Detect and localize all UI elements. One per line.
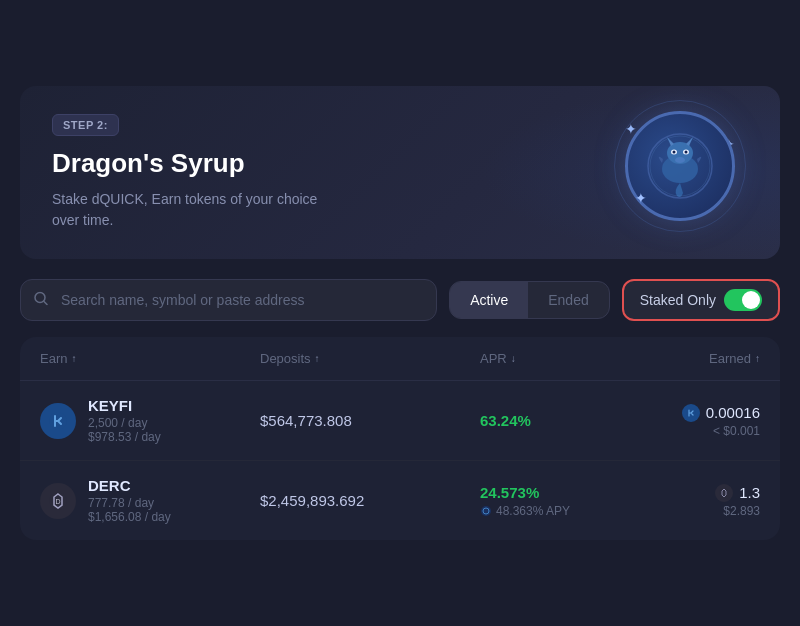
- earn-col-keyfi: KEYFI 2,500 / day $978.53 / day: [40, 397, 260, 444]
- col-deposits-header: Deposits ↑: [260, 351, 480, 366]
- earn-col-derc: D DERC 777.78 / day $1,656.08 / day: [40, 477, 260, 524]
- tab-ended[interactable]: Ended: [528, 282, 608, 318]
- apr-sort-icon[interactable]: ↓: [511, 353, 516, 364]
- derc-usd-rate: $1,656.08 / day: [88, 510, 171, 524]
- col-earned-header: Earned ↑: [600, 351, 760, 366]
- derc-apr-col: 24.573% 48.363% APY: [480, 484, 600, 518]
- keyfi-info: KEYFI 2,500 / day $978.53 / day: [88, 397, 161, 444]
- keyfi-rate: 2,500 / day: [88, 416, 161, 430]
- derc-deposits: $2,459,893.692: [260, 492, 480, 509]
- keyfi-token-icon: [40, 403, 76, 439]
- col-apr-header: APR ↓: [480, 351, 600, 366]
- deposits-sort-icon[interactable]: ↑: [315, 353, 320, 364]
- main-container: STEP 2: Dragon's Syrup Stake dQUICK, Ear…: [20, 86, 780, 540]
- derc-name: DERC: [88, 477, 171, 494]
- derc-earned-icon: [715, 484, 733, 502]
- hero-title: Dragon's Syrup: [52, 148, 748, 179]
- pool-row-keyfi[interactable]: KEYFI 2,500 / day $978.53 / day $564,773…: [20, 381, 780, 461]
- keyfi-name: KEYFI: [88, 397, 161, 414]
- derc-earned-usd: $2.893: [723, 504, 760, 518]
- keyfi-earned-icon: [682, 404, 700, 422]
- svg-line-12: [44, 302, 47, 305]
- derc-rate: 777.78 / day: [88, 496, 171, 510]
- keyfi-earned-amount: 0.00016: [706, 404, 760, 421]
- tab-active[interactable]: Active: [450, 282, 528, 318]
- table-header: Earn ↑ Deposits ↑ APR ↓ Earned ↑: [20, 337, 780, 381]
- controls-row: Active Ended Staked Only: [20, 279, 780, 321]
- search-wrapper: [20, 279, 437, 321]
- derc-info: DERC 777.78 / day $1,656.08 / day: [88, 477, 171, 524]
- keyfi-earned-col: 0.00016 < $0.001: [600, 404, 760, 438]
- hero-banner: STEP 2: Dragon's Syrup Stake dQUICK, Ear…: [20, 86, 780, 259]
- staked-only-label: Staked Only: [640, 292, 716, 308]
- tab-group: Active Ended: [449, 281, 610, 319]
- svg-text:D: D: [55, 498, 60, 505]
- keyfi-usd-rate: $978.53 / day: [88, 430, 161, 444]
- step-badge: STEP 2:: [52, 114, 119, 136]
- keyfi-apr: 63.24%: [480, 412, 600, 429]
- hero-subtitle: Stake dQUICK, Earn tokens of your choice…: [52, 189, 332, 231]
- pools-table: Earn ↑ Deposits ↑ APR ↓ Earned ↑: [20, 337, 780, 540]
- derc-earned-amount: 1.3: [739, 484, 760, 501]
- derc-apr: 24.573%: [480, 484, 600, 501]
- derc-apy: 48.363% APY: [480, 504, 600, 518]
- derc-earned-row: 1.3: [715, 484, 760, 502]
- derc-earned-col: 1.3 $2.893: [600, 484, 760, 518]
- search-input[interactable]: [20, 279, 437, 321]
- pool-row-derc[interactable]: D DERC 777.78 / day $1,656.08 / day $2,4…: [20, 461, 780, 540]
- earn-sort-icon[interactable]: ↑: [71, 353, 76, 364]
- col-earn-header: Earn ↑: [40, 351, 260, 366]
- derc-token-icon: D: [40, 483, 76, 519]
- search-icon: [34, 292, 48, 309]
- staked-only-toggle[interactable]: [724, 289, 762, 311]
- keyfi-earned-row: 0.00016: [682, 404, 760, 422]
- keyfi-earned-usd: < $0.001: [713, 424, 760, 438]
- keyfi-deposits: $564,773.808: [260, 412, 480, 429]
- earned-sort-icon[interactable]: ↑: [755, 353, 760, 364]
- hero-content: STEP 2: Dragon's Syrup Stake dQUICK, Ear…: [52, 114, 748, 231]
- keyfi-apr-col: 63.24%: [480, 412, 600, 429]
- staked-only-wrapper[interactable]: Staked Only: [622, 279, 780, 321]
